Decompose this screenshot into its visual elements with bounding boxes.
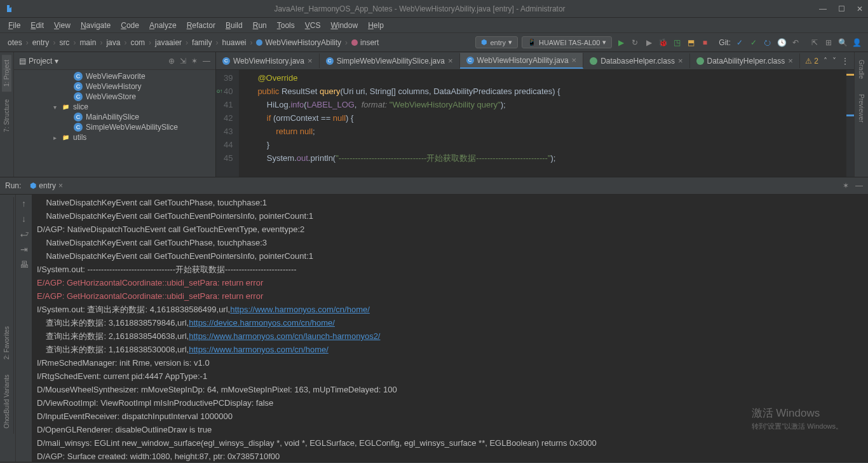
stop-icon[interactable]: ■ <box>700 38 710 48</box>
crumb-insert[interactable]: insert <box>346 37 384 48</box>
crumb-com[interactable]: com <box>125 37 150 48</box>
tree-item[interactable]: ▸📁utils <box>14 132 215 142</box>
export-icon[interactable]: ⇱ <box>810 38 820 48</box>
debug-bug-icon[interactable]: 🐞 <box>658 38 668 48</box>
menu-file[interactable]: File <box>4 20 25 31</box>
crumb-main[interactable]: main <box>74 37 101 48</box>
breadcrumb: otesentrysrcmainjavacomjavaaierfamilyhua… <box>3 37 475 48</box>
code-editor[interactable]: @Override public ResultSet query(Uri uri… <box>239 70 846 177</box>
project-pane: ▤ Project ▾ ⊕ ⇲ ✶ — CWebViewFavoriteCWeb… <box>14 52 216 177</box>
tree-item[interactable]: CSimpleWebViewAbilitySlice <box>14 122 215 132</box>
crumb-huawei[interactable]: huawei <box>217 37 251 48</box>
prev-highlight-icon[interactable]: ˄ <box>824 57 827 66</box>
window-maximize-icon[interactable]: ☐ <box>838 4 845 13</box>
menu-edit[interactable]: Edit <box>26 20 48 31</box>
menu-window[interactable]: Window <box>326 20 362 31</box>
next-highlight-icon[interactable]: ˅ <box>832 57 836 66</box>
device-selector[interactable]: 📱HUAWEI TAS-AL00▾ <box>522 36 612 48</box>
editor-tab[interactable]: CWebViewHistory.java× <box>216 53 320 68</box>
editor-more-icon[interactable]: ⋮ <box>841 57 849 66</box>
menu-code[interactable]: Code <box>116 20 144 31</box>
git-history-icon[interactable]: 🕓 <box>776 38 787 48</box>
tree-item[interactable]: CWebViewFavorite <box>14 71 215 81</box>
line-gutter: 39404142434445 <box>216 70 239 177</box>
tree-item[interactable]: CWebViewHistory <box>14 81 215 92</box>
run-tab-entry[interactable]: ⬢entry× <box>26 180 67 191</box>
menu-refactor[interactable]: Refactor <box>182 20 220 31</box>
window-close-icon[interactable]: ✕ <box>857 4 863 13</box>
project-icon: ▤ <box>19 57 26 66</box>
tool-structure-tab[interactable]: 7: Structure <box>2 94 11 137</box>
layout-icon[interactable]: ⊞ <box>824 38 834 48</box>
scroll-end-icon[interactable]: ⇥ <box>20 244 28 254</box>
crumb-WebViewHistoryAbility[interactable]: WebViewHistoryAbility <box>251 37 346 48</box>
run-config-selector[interactable]: ⬢entry▾ <box>475 36 517 48</box>
titlebar: JavaAIer_HarmonyOS_App_Notes - WebViewHi… <box>0 0 868 18</box>
tool-favorites-tab[interactable]: 2: Favorites <box>2 321 11 364</box>
editor-tab[interactable]: CWebViewHistoryAbility.java× <box>460 53 584 69</box>
menubar: FileEditViewNavigateCodeAnalyzeRefactorB… <box>0 18 868 33</box>
run-panel: ↻ ■ ⏏ 📌 ↑ ↓ ⮐ ⇥ 🖶 NativeDispatchKeyEvent… <box>0 195 868 462</box>
run-label: Run: <box>5 181 21 190</box>
git-label: Git: <box>719 38 731 47</box>
search-everywhere-icon[interactable]: 🔍 <box>837 38 848 48</box>
tree-item[interactable]: CWebViewStore <box>14 92 215 102</box>
editor-tab[interactable]: CSimpleWebViewAbilitySlice.java× <box>320 53 460 68</box>
settings-icon[interactable]: 👤 <box>851 38 862 48</box>
project-tree[interactable]: CWebViewFavoriteCWebViewHistoryCWebViewS… <box>14 70 215 177</box>
run-settings-icon[interactable]: ✶ <box>843 181 849 190</box>
crumb-src[interactable]: src <box>54 37 74 48</box>
editor-tab[interactable]: DatabaseHelper.class× <box>583 53 689 68</box>
project-hide-icon[interactable]: — <box>203 57 210 66</box>
crumb-javaaier[interactable]: javaaier <box>150 37 187 48</box>
menu-navigate[interactable]: Navigate <box>76 20 115 31</box>
git-commit-icon[interactable]: ✓ <box>749 38 759 48</box>
git-rollback-icon[interactable]: ↶ <box>790 38 801 48</box>
run-hide-icon[interactable]: — <box>855 181 863 190</box>
build-icon[interactable]: ↻ <box>630 38 640 48</box>
menu-analyze[interactable]: Analyze <box>145 20 181 31</box>
right-tool-stripe: Gradle Previewer <box>854 52 868 177</box>
menu-run[interactable]: Run <box>248 20 271 31</box>
tool-build-variants-tab[interactable]: OhosBuild Variants <box>2 370 11 434</box>
app-logo-icon <box>5 4 15 14</box>
coverage-icon[interactable]: ▶ <box>644 38 654 48</box>
git-push-icon[interactable]: ⭮ <box>763 38 773 48</box>
warnings-indicator[interactable]: ⚠ 2 <box>805 57 818 66</box>
attach-icon[interactable]: ⬒ <box>686 38 696 48</box>
crumb-entry[interactable]: entry <box>27 37 55 48</box>
print-icon[interactable]: 🖶 <box>20 259 29 270</box>
menu-build[interactable]: Build <box>221 20 247 31</box>
editor-minimap[interactable] <box>846 70 854 177</box>
soft-wrap-icon[interactable]: ⮐ <box>20 229 29 239</box>
menu-view[interactable]: View <box>50 20 75 31</box>
crumb-family[interactable]: family <box>187 37 217 48</box>
menu-help[interactable]: Help <box>363 20 388 31</box>
profile-icon[interactable]: ◳ <box>672 38 682 48</box>
down-stack-icon[interactable]: ↓ <box>22 214 26 224</box>
tool-gradle-tab[interactable]: Gradle <box>857 55 866 84</box>
project-collapse-icon[interactable]: ⇲ <box>180 57 186 66</box>
console-output[interactable]: NativeDispatchKeyEvent call GetTouchPhas… <box>32 195 868 462</box>
tree-item[interactable]: ▾📁slice <box>14 102 215 112</box>
left-tool-stripe: 1: Project 7: Structure <box>0 52 14 177</box>
tool-project-tab[interactable]: 1: Project <box>2 55 11 92</box>
crumb-java[interactable]: java <box>101 37 125 48</box>
tool-previewer-tab[interactable]: Previewer <box>857 89 866 127</box>
run-icon[interactable]: ▶ <box>616 38 626 48</box>
tree-item[interactable]: CMainAbilitySlice <box>14 112 215 122</box>
crumb-otes[interactable]: otes <box>3 37 27 48</box>
editor-tab[interactable]: DataAbilityHelper.class× <box>690 53 800 68</box>
menu-vcs[interactable]: VCS <box>301 20 325 31</box>
git-update-icon[interactable]: ✓ <box>735 38 745 48</box>
window-minimize-icon[interactable]: — <box>819 4 827 13</box>
project-locate-icon[interactable]: ⊕ <box>168 57 175 66</box>
project-view-selector[interactable]: ▤ Project ▾ <box>19 57 58 66</box>
run-toolbar: Run: ⬢entry× ✶ — <box>0 177 868 195</box>
editor-tabs: CWebViewHistory.java×CSimpleWebViewAbili… <box>216 52 854 70</box>
up-stack-icon[interactable]: ↑ <box>22 198 26 209</box>
menu-tools[interactable]: Tools <box>273 20 299 31</box>
editor-pane: CWebViewHistory.java×CSimpleWebViewAbili… <box>216 52 854 177</box>
project-settings-icon[interactable]: ✶ <box>191 57 198 66</box>
window-title: JavaAIer_HarmonyOS_App_Notes - WebViewHi… <box>20 4 819 13</box>
